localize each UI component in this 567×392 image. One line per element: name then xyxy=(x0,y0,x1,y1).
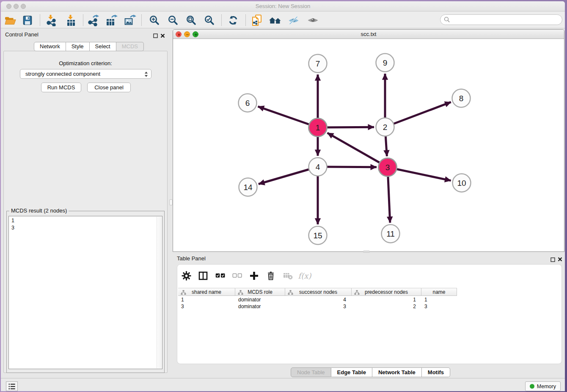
edge-3-1[interactable] xyxy=(328,133,388,167)
node-label-1: 1 xyxy=(316,123,320,132)
main-toolbar xyxy=(1,12,565,28)
cell-mcds-role[interactable]: dominator xyxy=(235,303,285,310)
control-panel-float-icon[interactable] xyxy=(153,32,158,37)
graph-area: 7968124314101511 xyxy=(173,39,564,252)
table-header: shared nameMCDS rolesuccessor nodesprede… xyxy=(178,288,457,296)
optimization-criterion-label: Optimization criterion: xyxy=(4,60,167,66)
table-panel-close-icon[interactable] xyxy=(558,256,563,261)
cell-name[interactable]: 1 xyxy=(421,296,457,303)
home-icon[interactable] xyxy=(269,14,282,27)
select-all-columns-icon[interactable] xyxy=(215,271,226,281)
import-network-icon[interactable] xyxy=(44,14,58,27)
tab-network-table[interactable]: Network Table xyxy=(372,367,422,377)
show-eye-icon[interactable] xyxy=(306,14,319,27)
column-header-shared-name[interactable]: shared name xyxy=(178,288,235,295)
run-mcds-button[interactable]: Run MCDS xyxy=(41,83,81,92)
refresh-icon[interactable] xyxy=(226,14,240,27)
task-history-button[interactable] xyxy=(6,381,18,391)
mcds-result-box[interactable]: 1 3 xyxy=(8,216,162,369)
zoom-selected-icon[interactable] xyxy=(203,14,216,27)
cell-shared-name[interactable]: 1 xyxy=(178,296,235,303)
node-label-2: 2 xyxy=(383,123,388,132)
vertical-splitter-handle[interactable] xyxy=(169,199,173,205)
settings-gear-icon[interactable] xyxy=(181,271,192,281)
node-label-11: 11 xyxy=(386,229,395,238)
show-columns-icon[interactable] xyxy=(198,271,209,281)
cell-successor-nodes[interactable]: 3 xyxy=(285,303,352,310)
node-label-7: 7 xyxy=(316,59,320,68)
column-type-icon xyxy=(288,290,293,295)
tab-mcds[interactable]: MCDS xyxy=(116,42,144,51)
toolbar-separator xyxy=(245,14,246,26)
node-label-4: 4 xyxy=(316,163,320,171)
network-canvas[interactable]: 7968124314101511 xyxy=(173,39,564,252)
export-image-icon[interactable] xyxy=(124,14,137,27)
delete-table-icon xyxy=(282,271,293,281)
table-toolbar: f(x) xyxy=(181,268,310,283)
table-row[interactable]: 1dominator411 xyxy=(178,296,457,303)
open-folder-icon[interactable] xyxy=(3,14,17,27)
result-scrollbar[interactable] xyxy=(157,217,162,368)
zoom-in-icon[interactable] xyxy=(148,14,161,27)
close-panel-button[interactable]: Close panel xyxy=(87,83,131,92)
mcds-result-title: MCDS result (2 nodes) xyxy=(9,207,69,214)
network-view-window: scc.txt 7968124314101511 xyxy=(173,29,564,252)
delete-rows-icon[interactable] xyxy=(265,271,276,281)
memory-button[interactable]: Memory xyxy=(525,381,561,391)
tab-node-table[interactable]: Node Table xyxy=(291,367,331,377)
control-panel-tabs: NetworkStyleSelectMCDS xyxy=(34,42,144,51)
table-row[interactable]: 3dominator323 xyxy=(178,303,457,310)
control-panel-title: Control Panel xyxy=(5,31,39,38)
export-table-icon[interactable] xyxy=(105,14,118,27)
cell-predecessor-nodes[interactable]: 2 xyxy=(352,303,421,310)
import-table-icon[interactable] xyxy=(64,14,78,27)
column-header-mcds-role[interactable]: MCDS role xyxy=(235,288,285,295)
cell-shared-name[interactable]: 3 xyxy=(178,303,235,310)
zoom-out-icon[interactable] xyxy=(166,14,180,27)
zoom-fit-icon[interactable] xyxy=(184,14,198,27)
unselect-all-columns-icon[interactable] xyxy=(231,271,242,281)
cell-predecessor-nodes[interactable]: 1 xyxy=(352,296,421,303)
criterion-value: strongly connected component xyxy=(25,71,100,77)
node-table-panel: f(x) shared nameMCDS rolesuccessor nodes… xyxy=(177,264,562,364)
network-window-title: scc.txt xyxy=(173,31,564,37)
tab-edge-table[interactable]: Edge Table xyxy=(331,367,372,377)
network-document-icon[interactable] xyxy=(250,14,264,27)
function-builder-icon: f(x) xyxy=(299,271,310,281)
node-label-10: 10 xyxy=(457,179,466,188)
cell-successor-nodes[interactable]: 4 xyxy=(285,296,352,303)
insert-row-icon[interactable] xyxy=(248,271,259,281)
cell-mcds-role[interactable]: dominator xyxy=(235,296,285,303)
tab-select[interactable]: Select xyxy=(90,42,116,51)
table-panel-title: Table Panel xyxy=(177,255,206,262)
control-panel-body: Optimization criterion: strongly connect… xyxy=(3,51,168,373)
list-icon xyxy=(8,383,16,390)
search-box[interactable] xyxy=(440,14,562,25)
control-panel-close-icon[interactable] xyxy=(160,32,165,37)
edge-2-8[interactable] xyxy=(385,102,451,127)
node-label-6: 6 xyxy=(245,99,250,108)
toolbar-separator xyxy=(221,14,222,26)
search-input[interactable] xyxy=(452,17,558,23)
node-label-9: 9 xyxy=(383,58,388,67)
column-header-name[interactable]: name xyxy=(421,288,457,295)
tab-motifs[interactable]: Motifs xyxy=(422,367,450,377)
hide-eye-icon[interactable] xyxy=(287,14,300,27)
mcds-result-text: 1 3 xyxy=(11,217,14,232)
save-icon[interactable] xyxy=(21,14,34,27)
tab-network[interactable]: Network xyxy=(34,42,66,51)
cell-name[interactable]: 3 xyxy=(421,303,457,310)
table-panel-tabs: Node TableEdge TableNetwork TableMotifs xyxy=(291,367,450,377)
node-label-8: 8 xyxy=(459,94,464,103)
criterion-dropdown[interactable]: strongly connected component xyxy=(20,69,151,79)
toolbar-separator xyxy=(40,14,40,26)
table-panel-float-icon[interactable] xyxy=(550,256,556,261)
network-window-titlebar[interactable]: scc.txt xyxy=(173,30,564,39)
horizontal-splitter-handle[interactable] xyxy=(363,251,370,253)
export-network-icon[interactable] xyxy=(87,14,100,27)
tab-style[interactable]: Style xyxy=(66,42,90,51)
titlebar: Session: New Session xyxy=(1,1,565,11)
column-header-predecessor-nodes[interactable]: predecessor nodes xyxy=(352,288,421,295)
column-header-successor-nodes[interactable]: successor nodes xyxy=(285,288,352,295)
app-window: Session: New Session xyxy=(1,1,565,391)
